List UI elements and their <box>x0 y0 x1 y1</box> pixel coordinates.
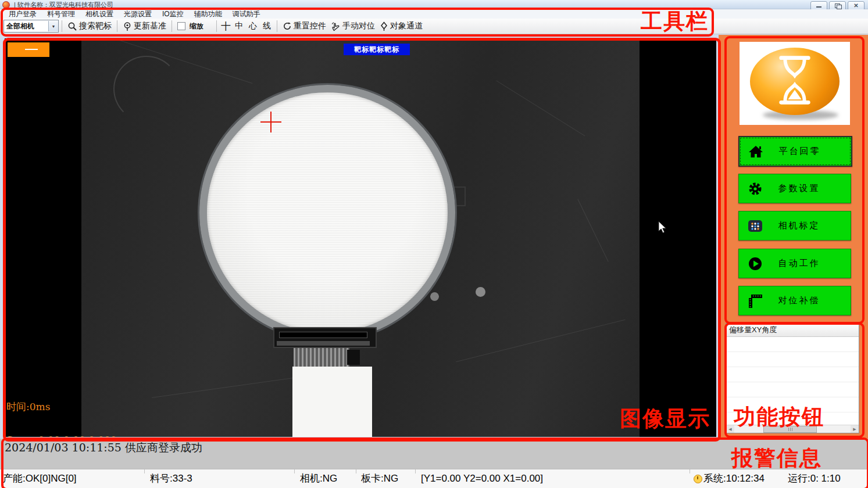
camera-calibration-label: 相机标定 <box>764 220 834 231</box>
align-compensation-label: 对位补偿 <box>764 295 834 306</box>
log-message: 2024/01/03 10:11:55 供应商登录成功 <box>5 440 202 455</box>
pin-icon <box>123 21 132 31</box>
camera-index-marker <box>8 42 49 57</box>
manual-align-button[interactable]: 手动对位 <box>328 20 377 33</box>
driver-chip <box>347 350 360 365</box>
platform-home-button[interactable]: 平台回零 <box>738 136 852 167</box>
status-run-time: 运行:0: 1:10 <box>788 469 841 488</box>
scratch-line <box>496 80 585 136</box>
hourglass-icon <box>771 52 818 108</box>
platform-home-label: 平台回零 <box>765 146 835 157</box>
marker-dash-icon <box>25 49 38 50</box>
reset-controls-button[interactable]: 重置控件 <box>280 20 328 33</box>
status-separator <box>690 469 690 473</box>
info-samp: Samp:0.00,0.00,0.000 <box>6 435 143 437</box>
table-row <box>726 352 859 367</box>
reset-controls-label: 重置控件 <box>294 21 326 31</box>
function-panel: 平台回零 参数设置 相机标定 <box>719 35 868 439</box>
manual-align-label: 手动对位 <box>342 21 375 31</box>
close-icon: ✕ <box>848 2 864 9</box>
search-target-label: 搜索靶标 <box>79 21 112 31</box>
scratch-arc <box>113 56 180 122</box>
minimize-icon <box>816 6 821 8</box>
update-baseline-label: 更新基准 <box>134 21 166 31</box>
menu-part-management[interactable]: 料号管理 <box>42 9 80 19</box>
auto-work-label: 自动工作 <box>764 258 834 269</box>
target-name-label: 靶标靶标靶标 <box>344 44 410 55</box>
camera-select-dropdown[interactable]: 全部相机 ▼ <box>3 20 59 33</box>
app-icon <box>2 1 10 9</box>
restore-icon-front <box>837 5 842 9</box>
search-target-button[interactable]: 搜索靶标 <box>65 20 114 33</box>
table-row <box>726 337 859 352</box>
info-time: 时间:0ms <box>6 401 143 412</box>
status-separator <box>356 469 356 473</box>
horizontal-scrollbar[interactable]: ◀ ▶ <box>726 425 859 433</box>
circular-panel-under-test <box>199 85 455 340</box>
heart-mark-button[interactable]: 心 <box>246 21 260 31</box>
connector-lip <box>277 341 370 346</box>
scrollbar-track[interactable] <box>734 425 851 433</box>
menu-io-monitor[interactable]: IO监控 <box>157 9 189 19</box>
panel-connector <box>273 327 377 348</box>
crosshair-mark-button[interactable]: 十 <box>220 20 232 33</box>
menu-bar: 用户登录 料号管理 相机设置 光源设置 IO监控 辅助功能 调试助手 <box>0 9 868 19</box>
camera-info-overlay: 时间:0ms Samp:0.00,0.00,0.000 ORG:1307.00,… <box>6 379 143 437</box>
center-mark-button[interactable]: 中 <box>232 21 246 31</box>
zoom-toggle[interactable]: 缩放 <box>175 20 206 33</box>
flex-cable-tail <box>292 367 372 437</box>
offset-xy-angle-table[interactable]: 偏移量XY角度 ◀ ▶ <box>726 323 859 433</box>
scrollbar-thumb[interactable] <box>763 426 817 433</box>
ruler-icon <box>746 293 764 308</box>
camera-select-value: 全部相机 <box>4 21 48 31</box>
object-channel-button[interactable]: 对象通道 <box>377 20 425 33</box>
hourglass-image <box>740 42 850 125</box>
update-baseline-button[interactable]: 更新基准 <box>120 20 169 33</box>
chevron-down-icon: ▼ <box>48 21 58 31</box>
status-bar: 产能:OK[0]NG[0] 料号:33-3 相机:NG 板卡:NG [Y1=0.… <box>0 469 868 488</box>
status-separator <box>415 469 416 473</box>
align-compensation-button[interactable]: 对位补偿 <box>738 286 851 315</box>
zoom-checkbox-label: 缩放 <box>190 21 203 31</box>
line-mark-button[interactable]: 线 <box>260 21 274 31</box>
auto-work-button[interactable]: 自动工作 <box>738 249 851 278</box>
toolbar-separator <box>62 20 62 32</box>
status-separator <box>294 469 295 473</box>
scroll-right-icon[interactable]: ▶ <box>851 425 859 433</box>
calibration-grid-icon <box>746 219 764 233</box>
gear-icon <box>746 181 764 196</box>
menu-light-settings[interactable]: 光源设置 <box>119 9 157 19</box>
menu-aux-functions[interactable]: 辅助功能 <box>189 9 227 19</box>
hand-icon <box>331 21 341 31</box>
status-yield: 产能:OK[0]NG[0] <box>3 469 77 488</box>
scratch-line <box>152 376 302 398</box>
scroll-left-icon[interactable]: ◀ <box>726 425 734 433</box>
object-channel-label: 对象通道 <box>390 21 423 31</box>
camera-calibration-button[interactable]: 相机标定 <box>738 211 851 241</box>
toolbar-separator <box>277 20 277 32</box>
title-bar: | 软件名称：双翌光电科技有限公司 ✕ <box>0 0 868 9</box>
home-icon <box>747 145 765 159</box>
status-system-time: 系统:10:12:34 <box>703 469 765 488</box>
toolbar: 全部相机 ▼ 搜索靶标 更新基准 缩放 十 中 心 <box>0 19 868 34</box>
menu-camera-settings[interactable]: 相机设置 <box>80 9 119 19</box>
parameter-settings-button[interactable]: 参数设置 <box>738 174 851 203</box>
connector-slot <box>279 332 367 338</box>
offset-table-header: 偏移量XY角度 <box>726 324 859 337</box>
table-row <box>726 382 859 397</box>
menu-debug-assistant[interactable]: 调试助手 <box>227 9 266 19</box>
play-icon <box>746 256 764 271</box>
alarm-log-area: 2024/01/03 10:11:55 供应商登录成功 <box>0 439 868 469</box>
parameter-settings-label: 参数设置 <box>764 183 834 194</box>
menu-user-login[interactable]: 用户登录 <box>3 9 42 19</box>
search-icon <box>67 21 77 31</box>
scratch-line <box>456 320 625 363</box>
blemish-dot <box>476 287 485 297</box>
table-row <box>726 397 859 412</box>
reset-arrow-icon <box>283 21 292 31</box>
status-coords: [Y1=0.00 Y2=0.00 X1=0.00] <box>421 469 543 488</box>
image-display-viewport[interactable]: 靶标靶标靶标 时间:0ms Samp:0.00,0.00,0.000 ORG:1… <box>5 38 716 437</box>
status-board: 板卡:NG <box>361 469 398 488</box>
scratch-line <box>577 199 609 261</box>
zoom-checkbox[interactable] <box>177 22 185 30</box>
